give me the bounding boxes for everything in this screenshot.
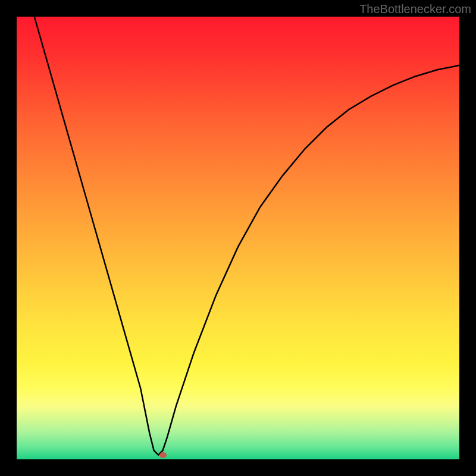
optimal-point-marker xyxy=(159,452,167,458)
bottleneck-curve-line xyxy=(35,17,459,455)
chart-plot-area xyxy=(17,17,459,459)
chart-curve-svg xyxy=(17,17,459,459)
watermark-text: TheBottlenecker.com xyxy=(359,2,471,16)
